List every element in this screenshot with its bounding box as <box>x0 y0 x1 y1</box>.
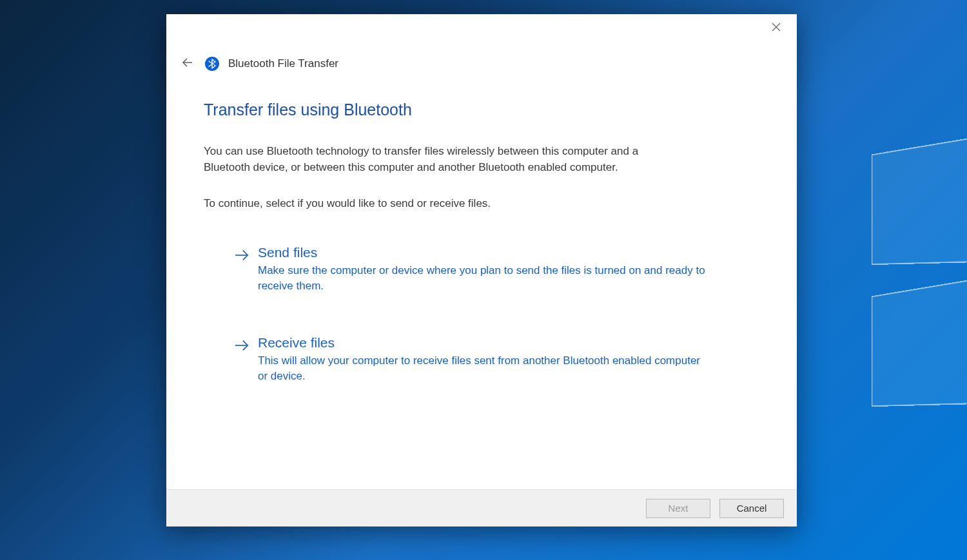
footer: Next Cancel <box>166 489 797 526</box>
arrow-right-icon <box>235 249 249 294</box>
page-heading: Transfer files using Bluetooth <box>204 101 759 119</box>
desktop-background-logo <box>774 119 967 441</box>
option-description: This will allow your computer to receive… <box>258 353 707 384</box>
option-title: Send files <box>258 245 707 260</box>
arrow-left-icon <box>182 57 193 71</box>
app-title: Bluetooth File Transfer <box>228 57 338 70</box>
option-title: Receive files <box>258 335 707 351</box>
intro-text: You can use Bluetooth technology to tran… <box>204 144 668 175</box>
wizard-window: Bluetooth File Transfer Transfer files u… <box>166 14 797 526</box>
close-button[interactable] <box>763 18 789 39</box>
cancel-button[interactable]: Cancel <box>719 499 784 518</box>
header-row: Bluetooth File Transfer <box>166 55 797 72</box>
option-body: Send files Make sure the computer or dev… <box>258 245 707 294</box>
back-button[interactable] <box>179 55 196 72</box>
option-description: Make sure the computer or device where y… <box>258 263 707 294</box>
next-button[interactable]: Next <box>646 499 710 518</box>
titlebar <box>166 14 797 43</box>
option-receive-files[interactable]: Receive files This will allow your compu… <box>204 331 707 388</box>
content-area: Transfer files using Bluetooth You can u… <box>166 72 797 489</box>
arrow-right-icon <box>235 339 249 384</box>
continue-hint: To continue, select if you would like to… <box>204 197 759 210</box>
option-send-files[interactable]: Send files Make sure the computer or dev… <box>204 241 707 298</box>
bluetooth-icon <box>205 57 219 71</box>
option-body: Receive files This will allow your compu… <box>258 335 707 384</box>
close-icon <box>772 23 781 34</box>
